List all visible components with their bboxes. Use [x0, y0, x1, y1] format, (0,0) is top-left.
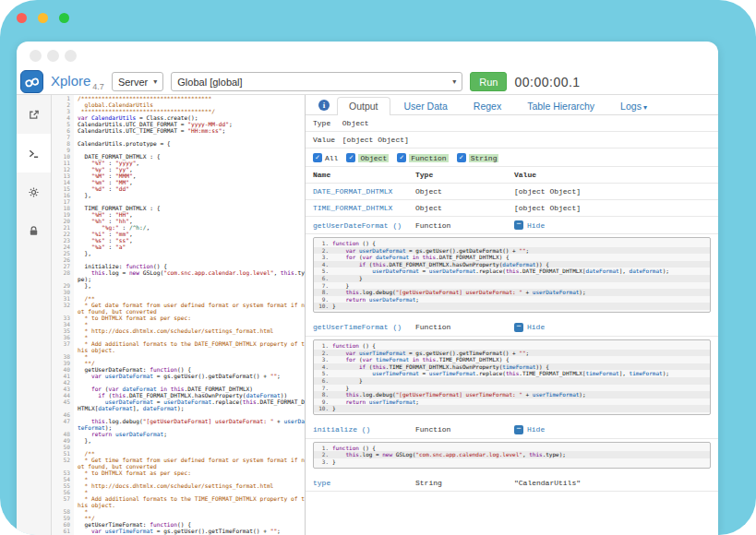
code-text: "%Y" : "yyyy",: [74, 160, 305, 166]
zoom-window-button[interactable]: [59, 13, 69, 23]
code-text: getUserDateFormat: function() {: [74, 366, 305, 373]
hide-label: Hide: [527, 425, 545, 434]
code-line: 49 },: [52, 437, 305, 444]
line-number: 14: [52, 179, 74, 185]
filter-all[interactable]: ✓All: [313, 153, 338, 162]
scope-select[interactable]: Global [global]▾: [171, 72, 462, 91]
inner-dot-icon: [47, 50, 59, 62]
sidebar-item-gear[interactable]: [17, 172, 51, 211]
filter-object[interactable]: ✓Object: [346, 153, 389, 162]
property-type: String: [415, 479, 514, 487]
result-value-row: Value [object Object]: [306, 132, 718, 149]
minimize-window-button[interactable]: [38, 13, 48, 23]
tab-user-data[interactable]: User Data: [392, 97, 460, 115]
code-line: 54 *: [52, 476, 305, 482]
tab-regex[interactable]: Regex: [462, 97, 513, 115]
source-code-text: function () {: [332, 240, 376, 247]
line-number: 30: [52, 289, 74, 295]
run-button[interactable]: Run: [470, 72, 507, 91]
property-name-link[interactable]: type: [313, 479, 415, 487]
code-line: 9: [52, 147, 305, 153]
checkbox-checked-icon[interactable]: ✓: [397, 153, 406, 162]
code-line: 60 getUserTimeFormat: function() {: [52, 521, 305, 528]
line-number: 15: [52, 185, 74, 192]
tab-table-hierarchy[interactable]: Table Hierarchy: [515, 97, 606, 115]
code-text: *: [74, 508, 305, 515]
filter-function[interactable]: ✓Function: [397, 153, 448, 162]
sidebar-item-terminal[interactable]: [17, 134, 51, 172]
property-name-link[interactable]: TIME_FORMAT_DHTMLX: [313, 204, 415, 212]
server-select[interactable]: Server▾: [112, 72, 163, 91]
table-row: DATE_FORMAT_DHTMLXObject[object Object]: [306, 184, 718, 200]
code-line: 4var CalendarUtils = Class.create();: [52, 114, 305, 121]
code-text: getUserTimeFormat: function() {: [74, 521, 305, 528]
code-text: },: [74, 282, 305, 289]
property-name-link[interactable]: getUserDateFormat (): [313, 221, 415, 230]
code-line: 7: [52, 134, 305, 140]
line-number: 23: [52, 237, 74, 244]
hide-link[interactable]: −Hide: [514, 220, 711, 230]
line-number: 1: [52, 95, 74, 101]
line-number: 35: [52, 327, 74, 334]
line-number: 22: [52, 231, 74, 237]
source-code-text: this.log.debug("[getUserDateFormat] user…: [332, 289, 586, 296]
checkbox-checked-icon[interactable]: ✓: [346, 153, 355, 162]
source-line-number: 5.: [314, 370, 332, 377]
hide-link[interactable]: −Hide: [514, 425, 711, 434]
info-tab[interactable]: i: [313, 100, 335, 114]
property-value: [object Object]: [514, 204, 711, 212]
code-editor[interactable]: 1/**************************************…: [52, 95, 306, 535]
collapse-icon: −: [514, 425, 523, 434]
code-line: 40 getUserDateFormat: function() {: [52, 366, 305, 373]
code-text: "%y" : "yy",: [74, 166, 305, 172]
code-line: 34 *: [52, 321, 305, 327]
line-number: 47: [52, 418, 74, 431]
source-line: 4. if (this.TIME_FORMAT_DHTMLX.hasOwnPro…: [314, 363, 710, 371]
line-number: 28: [52, 269, 74, 282]
source-line: 3.}: [314, 458, 710, 466]
code-text: [74, 256, 305, 263]
hide-link[interactable]: −Hide: [514, 323, 711, 332]
line-number: 42: [52, 379, 74, 386]
filter-label: String: [469, 154, 499, 162]
code-text: * Add additional formats to the TIME_FOR…: [74, 495, 305, 508]
tab-output[interactable]: Output: [337, 97, 390, 115]
code-line: 59 **/: [52, 515, 305, 521]
chevron-down-icon: ▾: [452, 77, 456, 86]
line-number: 19: [52, 211, 74, 218]
property-name-link[interactable]: initialize (): [313, 425, 415, 434]
tab-logs[interactable]: Logs ▾: [608, 97, 659, 115]
code-text: "%m" : "MM",: [74, 179, 305, 185]
checkbox-checked-icon[interactable]: ✓: [313, 153, 322, 162]
sidebar-item-lock[interactable]: [17, 211, 51, 250]
code-text: "%i" : "mm",: [74, 231, 305, 237]
code-text: [74, 134, 305, 140]
code-text: "%h" : "hh",: [74, 218, 305, 224]
property-name-link[interactable]: DATE_FORMAT_DHTMLX: [313, 187, 415, 196]
line-number: 8: [52, 140, 74, 147]
source-line: 6. }: [314, 377, 710, 385]
close-window-button[interactable]: [17, 13, 27, 23]
code-text: /**************************************: [74, 95, 305, 101]
table-row: TIME_FORMAT_DHTMLXObject[object Object]: [306, 200, 718, 217]
source-line-number: 1.: [314, 445, 332, 452]
property-name-link[interactable]: getUserTimeFormat (): [313, 323, 415, 331]
checkbox-checked-icon[interactable]: ✓: [457, 153, 466, 162]
info-icon: i: [318, 100, 330, 111]
code-text: [74, 411, 305, 418]
source-line-number: 10.: [314, 405, 332, 412]
line-number: 56: [52, 489, 74, 495]
source-code-text: function () {: [332, 445, 376, 452]
property-value: −Hide: [514, 425, 711, 434]
code-text: *: [74, 353, 305, 360]
result-type-label: Type: [313, 119, 338, 127]
code-line: 38 *: [52, 353, 305, 360]
sidebar-item-external-link[interactable]: [17, 95, 51, 134]
code-text: *: [74, 334, 305, 340]
line-number: 44: [52, 392, 74, 398]
code-line: 44 if (this.DATE_FORMAT_DHTMLX.hasOwnPro…: [52, 392, 305, 398]
result-type-value: Object: [342, 119, 369, 127]
line-number: 24: [52, 244, 74, 250]
output-tabs: i OutputUser DataRegexTable HierarchyLog…: [306, 95, 718, 115]
filter-string[interactable]: ✓String: [457, 153, 499, 162]
